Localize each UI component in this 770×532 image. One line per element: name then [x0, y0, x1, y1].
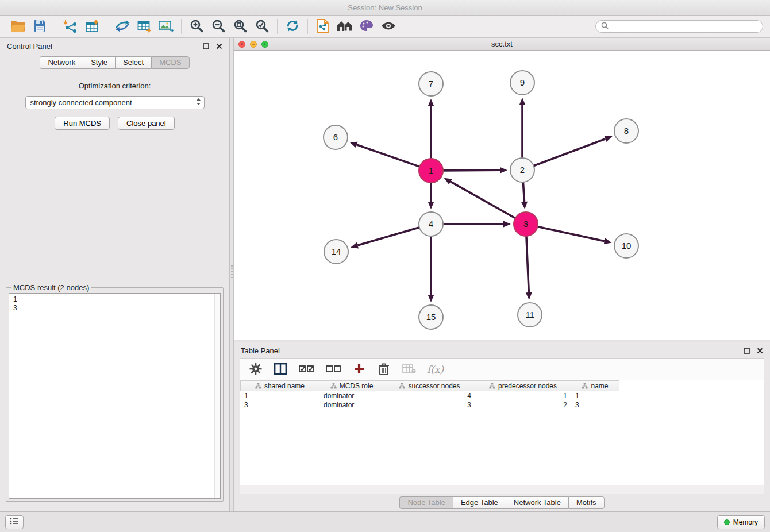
table-cell[interactable]: 3	[240, 400, 319, 410]
graph-edge-1-6[interactable]	[357, 145, 420, 167]
table-horizontal-scrollbar[interactable]	[240, 485, 764, 494]
column-header-successor-nodes[interactable]: successor nodes	[384, 380, 475, 391]
memory-status-icon	[724, 519, 730, 525]
export-table-button[interactable]	[133, 17, 155, 36]
graph-node-4[interactable]: 4	[419, 212, 443, 236]
mcds-result-list[interactable]: 13	[9, 293, 221, 499]
list-icon	[10, 518, 19, 526]
svg-text:9: 9	[520, 78, 525, 87]
table-row[interactable]: 3dominator323	[240, 400, 764, 410]
graph-edge-4-14[interactable]	[357, 228, 419, 246]
maximize-window-icon[interactable]: +	[261, 41, 268, 48]
refresh-button[interactable]	[282, 17, 303, 36]
table-row[interactable]: 1dominator411	[240, 391, 764, 400]
graph-node-3[interactable]: 3	[514, 212, 538, 236]
network-window-titlebar: × − + scc.txt	[234, 38, 770, 51]
graph-node-14[interactable]: 14	[324, 240, 348, 264]
svg-text:15: 15	[426, 312, 436, 322]
deselect-all-button[interactable]	[325, 360, 342, 379]
add-column-button[interactable]	[352, 360, 367, 379]
float-panel-icon[interactable]	[203, 43, 209, 49]
tab-node-table[interactable]: Node Table	[399, 496, 453, 509]
table-cell[interactable]: 2	[475, 400, 571, 410]
graph-node-15[interactable]: 15	[419, 305, 443, 329]
select-all-button[interactable]	[298, 360, 315, 379]
table-cell[interactable]: 3	[384, 400, 475, 410]
tab-mcds[interactable]: MCDS	[151, 56, 189, 69]
tab-motifs[interactable]: Motifs	[568, 496, 605, 509]
overview-button[interactable]	[334, 17, 356, 36]
table-cell[interactable]: 4	[384, 391, 475, 400]
tab-select[interactable]: Select	[115, 56, 151, 69]
column-header-predecessor-nodes[interactable]: predecessor nodes	[475, 380, 571, 391]
graph-edge-3-10[interactable]	[537, 226, 605, 241]
toggle-details-button[interactable]	[378, 17, 399, 36]
zoom-out-button[interactable]	[207, 17, 229, 36]
table-settings-button[interactable]	[248, 360, 263, 379]
table-cell[interactable]: 3	[571, 400, 619, 410]
tab-network[interactable]: Network	[40, 56, 83, 69]
eye-icon	[381, 21, 396, 32]
close-window-icon[interactable]: ×	[238, 41, 245, 48]
table-cell[interactable]: dominator	[319, 400, 384, 410]
table-cell[interactable]: dominator	[319, 391, 384, 400]
graph-node-8[interactable]: 8	[614, 119, 638, 143]
graph-node-9[interactable]: 9	[510, 71, 534, 95]
task-history-button[interactable]	[5, 515, 24, 529]
close-table-panel-icon[interactable]	[757, 348, 763, 354]
tab-edge-table[interactable]: Edge Table	[453, 496, 506, 509]
search-field[interactable]	[595, 20, 763, 33]
import-table-button[interactable]	[81, 17, 103, 36]
graph-node-6[interactable]: 6	[324, 125, 348, 149]
tab-style[interactable]: Style	[83, 56, 115, 69]
svg-text:2: 2	[520, 165, 525, 175]
graph-edge-arrowhead	[428, 295, 434, 302]
close-panel-button[interactable]: Close panel	[118, 117, 175, 130]
search-input[interactable]	[612, 22, 757, 30]
graph-edge-3-11[interactable]	[526, 236, 529, 292]
graph-node-11[interactable]: 11	[518, 303, 542, 327]
graph-edge-1-2[interactable]	[442, 170, 500, 171]
import-network-icon	[63, 19, 78, 34]
table-cell[interactable]: 1	[571, 391, 619, 400]
network-canvas[interactable]: 7968124314101511	[234, 51, 770, 340]
graph-node-1[interactable]: 1	[419, 159, 443, 183]
table-cell[interactable]: 1	[240, 391, 319, 400]
import-network-button[interactable]	[59, 17, 81, 36]
graph-edge-2-3[interactable]	[523, 182, 524, 202]
open-session-button[interactable]	[7, 17, 29, 36]
close-panel-icon[interactable]	[216, 43, 222, 49]
graph-edge-arrowhead	[521, 202, 528, 209]
run-mcds-button[interactable]: Run MCDS	[55, 117, 110, 130]
criterion-dropdown[interactable]: strongly connected component	[25, 96, 205, 109]
mcds-result-title: MCDS result (2 nodes)	[11, 283, 91, 292]
show-columns-button[interactable]	[273, 360, 288, 379]
column-header-name[interactable]: name	[571, 380, 619, 391]
memory-button[interactable]: Memory	[717, 515, 765, 529]
zoom-fit-icon	[233, 19, 247, 34]
graph-node-7[interactable]: 7	[419, 72, 443, 96]
column-header-mcds-role[interactable]: MCDS role	[319, 380, 384, 391]
style-palette-button[interactable]	[356, 17, 378, 36]
zoom-fit-button[interactable]	[229, 17, 251, 36]
float-table-panel-icon[interactable]	[744, 348, 750, 354]
export-network-button[interactable]	[111, 17, 133, 36]
graph-edge-2-8[interactable]	[533, 139, 606, 166]
tab-network-table[interactable]: Network Table	[506, 496, 568, 509]
export-image-button[interactable]	[155, 17, 177, 36]
memory-button-label: Memory	[733, 518, 758, 526]
column-header-shared-name[interactable]: shared name	[240, 380, 319, 391]
control-panel-tabs: NetworkStyleSelectMCDS	[0, 56, 229, 69]
graph-node-2[interactable]: 2	[510, 158, 534, 182]
network-graph[interactable]: 7968124314101511	[234, 51, 770, 340]
minimize-window-icon[interactable]: −	[250, 41, 257, 48]
zoom-in-button[interactable]	[186, 17, 207, 36]
panel-splitter[interactable]	[230, 38, 234, 511]
clone-network-button[interactable]	[312, 17, 334, 36]
table-cell[interactable]: 1	[475, 391, 571, 400]
save-session-button[interactable]	[29, 17, 51, 36]
graph-edge-3-1[interactable]	[451, 182, 516, 218]
delete-column-button[interactable]	[376, 360, 391, 379]
graph-node-10[interactable]: 10	[614, 234, 638, 258]
zoom-selected-button[interactable]	[251, 17, 273, 36]
